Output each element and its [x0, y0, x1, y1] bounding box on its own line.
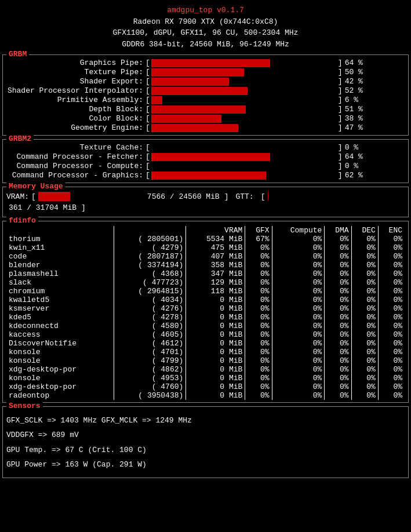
- table-cell: 0%: [378, 339, 405, 348]
- table-cell: 0%: [351, 287, 378, 296]
- table-cell: ( 4605): [114, 330, 186, 339]
- vram-bracket-open: [: [31, 192, 36, 201]
- table-cell: 0%: [245, 278, 272, 287]
- sensor-row: GPU Temp. => 67 C (Crit. 100 C): [6, 443, 405, 457]
- bar-row: Geometry Engine:[]47 %: [6, 123, 405, 132]
- table-cell: 0%: [245, 348, 272, 356]
- bar-label: Command Processor - Graphics:: [6, 171, 146, 180]
- col-dec: DEC: [351, 226, 378, 235]
- table-cell: konsole: [6, 374, 114, 382]
- table-cell: 0%: [272, 261, 325, 269]
- table-cell: ( 4278): [114, 313, 186, 322]
- bracket-close: ]: [338, 114, 343, 123]
- bar-track: [151, 153, 337, 161]
- table-cell: 0%: [272, 235, 325, 243]
- table-cell: 0%: [325, 296, 351, 304]
- table-cell: 0%: [272, 348, 325, 356]
- table-cell: 0 MiB: [186, 391, 245, 400]
- bar-row: Command Processor - Compute:[]0 %: [6, 162, 405, 170]
- table-cell: 0%: [378, 269, 405, 278]
- gtt-bracket-close: ]: [81, 203, 86, 212]
- table-cell: 0%: [272, 322, 325, 330]
- table-cell: ( 3374194): [114, 261, 186, 269]
- table-row: konsole( 4953)0 MiB0%0%0%0%0%: [6, 374, 405, 382]
- bar-fill: [151, 115, 222, 123]
- table-cell: 0%: [272, 243, 325, 252]
- table-cell: 0%: [378, 296, 405, 304]
- table-cell: chromium: [6, 287, 114, 296]
- table-cell: 0%: [351, 374, 378, 382]
- bar-fill: [151, 78, 229, 86]
- bracket-open: [: [146, 114, 150, 123]
- bar-row: Shader Export:[]42 %: [6, 77, 405, 86]
- table-cell: 0%: [378, 304, 405, 313]
- table-cell: ( 4760): [114, 382, 186, 391]
- vram-label: VRAM:: [6, 192, 29, 201]
- vram-bracket-close: ]: [224, 192, 229, 201]
- table-cell: ( 477723): [114, 278, 186, 287]
- table-cell: 0%: [351, 356, 378, 365]
- table-cell: 129 MiB: [186, 278, 245, 287]
- bar-fill: [151, 105, 246, 114]
- table-cell: ( 4701): [114, 348, 186, 356]
- col-pid: [114, 226, 186, 235]
- table-cell: 0%: [272, 365, 325, 374]
- sensor-row: GFX_SCLK => 1403 MHz GFX_MCLK => 1249 MH…: [6, 414, 405, 427]
- col-name: [6, 226, 114, 235]
- memory-content: VRAM: [ 7566 / 24560 MiB ] GTT: [ 361 / …: [6, 192, 405, 212]
- vram-text: 7566 / 24560 MiB: [147, 192, 220, 201]
- bar-value: 0 %: [345, 162, 358, 170]
- bracket-close: ]: [338, 152, 343, 161]
- table-cell: 475 MiB: [186, 243, 245, 252]
- table-cell: 0%: [325, 313, 351, 322]
- table-cell: 118 MiB: [186, 287, 245, 296]
- bar-track: [151, 87, 337, 95]
- table-cell: 0%: [351, 330, 378, 339]
- table-cell: 0%: [351, 304, 378, 313]
- bar-label: Geometry Engine:: [6, 123, 146, 132]
- bar-value: 64 %: [345, 152, 363, 161]
- table-cell: ( 2964815): [114, 287, 186, 296]
- table-row: DiscoverNotifie( 4612)0 MiB0%0%0%0%0%: [6, 339, 405, 348]
- bar-track: [151, 144, 337, 152]
- table-cell: 0%: [325, 339, 351, 348]
- table-row: konsole( 4701)0 MiB0%0%0%0%0%: [6, 348, 405, 356]
- bracket-close: ]: [338, 105, 343, 114]
- table-cell: 0%: [325, 304, 351, 313]
- bracket-close: ]: [338, 77, 343, 86]
- bar-track: [151, 172, 337, 180]
- table-cell: 0%: [325, 322, 351, 330]
- table-cell: 0 MiB: [186, 330, 245, 339]
- bar-fill: [151, 172, 266, 180]
- table-cell: 0 MiB: [186, 339, 245, 348]
- table-cell: ( 4368): [114, 269, 186, 278]
- table-cell: 0%: [378, 252, 405, 261]
- table-cell: 0%: [378, 348, 405, 356]
- table-cell: 0 MiB: [186, 374, 245, 382]
- fdinfo-section: fdinfo VRAM GFX Compute DMA DEC ENC thor…: [2, 221, 409, 403]
- table-row: plasmashell( 4368)347 MiB0%0%0%0%0%: [6, 269, 405, 278]
- table-row: xdg-desktop-por( 4862)0 MiB0%0%0%0%0%: [6, 365, 405, 374]
- table-cell: 0%: [245, 356, 272, 365]
- table-cell: 0%: [378, 356, 405, 365]
- table-cell: 0%: [245, 339, 272, 348]
- table-cell: 0%: [272, 287, 325, 296]
- table-cell: 0%: [351, 313, 378, 322]
- gpu-line1: Radeon RX 7900 XTX (0x744C:0xC8): [2, 16, 409, 28]
- table-cell: kaccess: [6, 330, 114, 339]
- col-gfx: GFX: [245, 226, 272, 235]
- table-cell: 0%: [351, 278, 378, 287]
- table-cell: 0%: [351, 391, 378, 400]
- grbm-label: GRBM: [6, 50, 29, 59]
- bar-label: Texture Pipe:: [6, 68, 146, 76]
- table-row: slack( 477723)129 MiB0%0%0%0%0%: [6, 278, 405, 287]
- bracket-open: [: [146, 86, 150, 95]
- col-vram: VRAM: [186, 226, 245, 235]
- table-row: radeontop( 3950438)0 MiB0%0%0%0%0%: [6, 391, 405, 400]
- sensors-label: Sensors: [6, 402, 43, 410]
- table-cell: konsole: [6, 348, 114, 356]
- col-enc: ENC: [378, 226, 405, 235]
- bracket-open: [: [146, 143, 150, 152]
- sensor-row: GPU Power => 163 W (Cap. 291 W): [6, 458, 405, 471]
- bar-label: Primitive Assembly:: [6, 96, 146, 104]
